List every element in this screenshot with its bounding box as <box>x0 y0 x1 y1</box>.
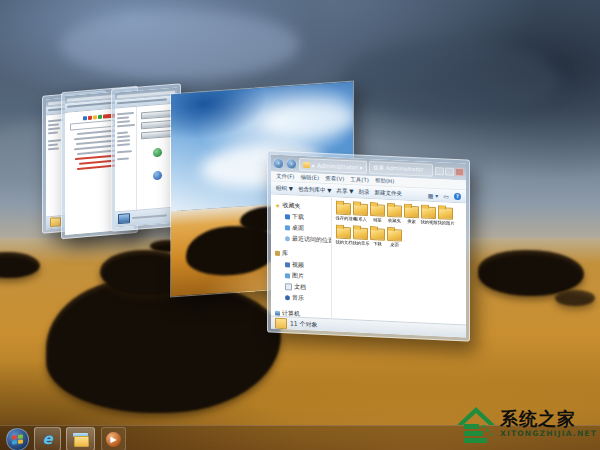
folder-icon <box>275 317 287 329</box>
documents-icon <box>285 283 292 290</box>
rock-right <box>478 250 584 296</box>
logo-block <box>93 115 97 119</box>
media-player-icon: ▶ <box>106 432 121 447</box>
change-view-icon[interactable]: ▦ ▾ <box>428 191 439 198</box>
share-button[interactable]: 共享 ▼ <box>336 187 353 195</box>
text-line <box>117 150 132 153</box>
address-path[interactable]: Administrator <box>317 162 358 171</box>
folder-item[interactable]: 搜索 <box>403 206 420 225</box>
recent-places-icon <box>285 236 290 241</box>
back-button[interactable]: ‹ <box>273 158 284 169</box>
hard-drive-icon[interactable] <box>141 130 173 140</box>
star-icon: ★ <box>275 203 280 208</box>
text-line <box>48 127 60 130</box>
watermark: 系统之家 XITONGZHIJIA.NET <box>455 403 597 445</box>
taskbar-item-windows-explorer[interactable] <box>66 427 95 450</box>
search-box[interactable]: 搜索 Administrator <box>369 161 433 177</box>
search-input[interactable] <box>70 120 115 131</box>
folder-label: 桌面 <box>386 242 402 247</box>
music-icon <box>285 295 290 300</box>
folder-label: 我的音乐 <box>352 240 368 245</box>
toolbar-spacer <box>407 194 423 195</box>
windows-explorer-icon <box>73 433 88 445</box>
folder-icon <box>370 228 385 241</box>
hard-drive-icon[interactable] <box>141 120 173 130</box>
folder-label: 收藏夹 <box>386 218 402 223</box>
desktop-icon <box>285 225 290 230</box>
folder-item[interactable]: 联系人 <box>352 203 369 222</box>
sidebar-item-pictures[interactable]: 图片 <box>275 271 331 283</box>
status-text: 11 个对象 <box>290 319 318 329</box>
folder-icon <box>336 227 351 240</box>
sidebar-item-recent-places[interactable]: 最近访问的位置 <box>275 234 331 246</box>
folder-item[interactable]: 我的图片 <box>437 207 454 226</box>
taskbar-item-internet-explorer[interactable]: e <box>34 427 61 450</box>
text-line <box>117 135 130 138</box>
rock <box>555 290 595 306</box>
sidebar-item-documents[interactable]: 文档 <box>275 282 331 294</box>
refresh-icon[interactable]: ↻ <box>365 164 367 171</box>
sidebar-item-videos[interactable]: 视频 <box>275 260 331 272</box>
address-chevron: ▸ <box>312 161 315 168</box>
text-line <box>117 116 129 119</box>
folder-item[interactable]: 保存的游戏 <box>335 202 352 221</box>
address-bar[interactable]: ▸ Administrator ▸ ↻ <box>299 158 367 174</box>
folder-item[interactable]: 收藏夹 <box>386 205 403 224</box>
hard-drive-icon[interactable] <box>141 110 173 120</box>
maximize-button[interactable] <box>445 167 454 175</box>
item-label: 桌面 <box>292 224 304 234</box>
nav-pane <box>115 107 137 212</box>
close-button[interactable] <box>455 167 464 175</box>
folder-icon <box>50 217 61 227</box>
navigation-pane: ★收藏夹 下载 桌面 最近访问的位置 库 视频 图片 文档 音乐 计算机 网络 <box>271 195 332 319</box>
new-folder-button[interactable]: 新建文件夹 <box>374 189 402 197</box>
folder-label: 搜索 <box>403 219 419 224</box>
folder-item[interactable]: 桌面 <box>386 229 403 248</box>
sidebar-section-libraries[interactable]: 库 <box>275 249 331 261</box>
status-bar <box>115 207 177 228</box>
folder-item[interactable]: 我的音乐 <box>352 227 369 246</box>
menu-edit[interactable]: 编辑(E) <box>300 174 319 182</box>
folder-item[interactable]: 下载 <box>369 228 386 247</box>
sidebar-item-downloads[interactable]: 下载 <box>275 212 331 224</box>
sidebar-item-music[interactable]: 音乐 <box>275 293 331 305</box>
folder-icon <box>387 229 402 242</box>
include-in-library-button[interactable]: 包含到库中 ▼ <box>298 185 331 194</box>
item-label: 视频 <box>292 261 304 271</box>
folder-icon <box>387 205 402 218</box>
internet-explorer-icon: e <box>42 432 52 447</box>
folder-icon <box>438 207 453 220</box>
menu-help[interactable]: 帮助(H) <box>375 177 394 185</box>
menu-view[interactable]: 查看(V) <box>325 175 344 183</box>
sidebar-section-favorites[interactable]: ★收藏夹 <box>275 201 331 213</box>
text-line <box>117 120 130 123</box>
logo-block <box>83 116 87 120</box>
watermark-title: 系统之家 <box>500 410 597 428</box>
forward-button[interactable]: › <box>286 158 297 169</box>
logo-block <box>88 116 92 120</box>
help-icon[interactable]: ? <box>454 192 461 199</box>
minimize-button[interactable] <box>435 167 444 175</box>
folder-icon <box>336 203 351 216</box>
sidebar-item-desktop[interactable]: 桌面 <box>275 223 331 235</box>
flip3d-card-explorer-front[interactable]: ‹ › ▸ Administrator ▸ ↻ 搜索 Administrator… <box>267 150 470 341</box>
device-icon[interactable] <box>153 148 162 158</box>
start-button[interactable] <box>6 428 29 450</box>
menu-file[interactable]: 文件(F) <box>276 173 294 181</box>
burn-button[interactable]: 刻录 <box>358 188 369 195</box>
pictures-icon <box>285 273 290 278</box>
folder-item[interactable]: 我的视频 <box>420 206 437 225</box>
taskbar-item-media-player[interactable]: ▶ <box>101 427 126 450</box>
organize-button[interactable]: 组织 ▼ <box>276 184 293 192</box>
folder-item[interactable]: 链接 <box>369 204 386 223</box>
folder-label: 我的文档 <box>335 240 351 245</box>
item-label: 下载 <box>292 213 304 223</box>
text-line <box>117 98 167 104</box>
network-device-icon[interactable] <box>153 171 162 181</box>
folder-item[interactable]: 我的文档 <box>335 226 352 245</box>
menu-tools[interactable]: 工具(T) <box>350 176 369 184</box>
folder-label: 保存的游戏 <box>335 216 351 221</box>
preview-pane-icon[interactable]: ▭ <box>443 192 449 199</box>
text-line <box>48 143 58 146</box>
xitongzhijia-logo-icon <box>455 403 497 445</box>
